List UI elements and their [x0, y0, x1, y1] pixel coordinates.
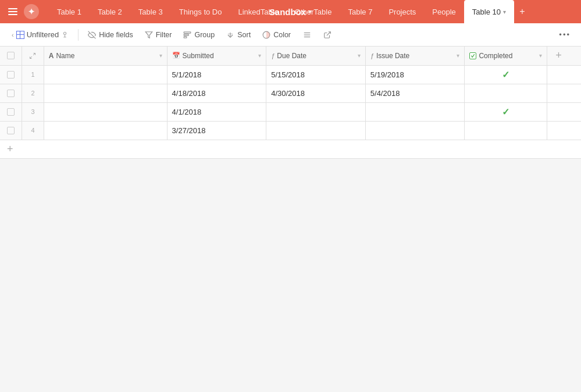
- header-add-col: +: [547, 47, 581, 65]
- cell-due-date[interactable]: [266, 121, 366, 140]
- cell-name[interactable]: [44, 65, 167, 84]
- row-checkbox[interactable]: [7, 71, 15, 79]
- table-header-row: A Name ▾ 📅 Submitted ▾ ƒ: [0, 47, 581, 65]
- tab-table2[interactable]: Table 2: [90, 0, 130, 23]
- cell-issue-date[interactable]: 5/19/2018: [365, 65, 465, 84]
- group-icon: [183, 31, 191, 39]
- tab-table10[interactable]: Table 10 ▾: [464, 0, 514, 23]
- cell-completed[interactable]: [465, 121, 547, 140]
- cell-name[interactable]: [44, 84, 167, 102]
- tab-things-to-do[interactable]: Things to Do: [171, 0, 230, 23]
- header-due-date-col[interactable]: ƒ Due Date ▾: [266, 47, 366, 65]
- cell-due-date[interactable]: 4/30/2018: [266, 84, 366, 102]
- cell-submitted[interactable]: 4/1/2018: [167, 102, 266, 121]
- group-button[interactable]: Group: [179, 28, 219, 41]
- add-table-button[interactable]: +: [514, 3, 530, 20]
- cell-issue-date[interactable]: 5/4/2018: [365, 84, 465, 102]
- toolbar-separator-1: [78, 29, 79, 41]
- header-name-col[interactable]: A Name ▾: [44, 47, 167, 65]
- data-table: A Name ▾ 📅 Submitted ▾ ƒ: [0, 47, 581, 140]
- svg-text:✦: ✦: [28, 7, 35, 16]
- row-checkbox[interactable]: [7, 90, 15, 97]
- svg-rect-1: [8, 11, 17, 12]
- grid-view-icon: [16, 31, 24, 39]
- svg-marker-9: [145, 31, 152, 38]
- cell-due-date[interactable]: [266, 102, 366, 121]
- row-number: 1: [22, 65, 44, 84]
- add-column-button[interactable]: +: [552, 49, 566, 63]
- tab-list: Table 1 Table 2 Table 3 Things to Do Lin…: [49, 0, 576, 23]
- svg-line-19: [327, 31, 330, 35]
- issue-date-col-dropdown-icon[interactable]: ▾: [457, 52, 459, 59]
- cell-issue-date[interactable]: [365, 102, 465, 121]
- svg-rect-12: [184, 36, 187, 37]
- row-number: 4: [22, 121, 44, 140]
- cell-issue-date[interactable]: [365, 121, 465, 140]
- toolbar: ‹ Unfiltered Hide fields Filter Group So…: [0, 23, 581, 47]
- app-logo[interactable]: ✦: [23, 3, 40, 20]
- svg-rect-10: [184, 31, 191, 33]
- more-options-button[interactable]: •••: [555, 28, 574, 41]
- submitted-col-label: Submitted: [183, 52, 214, 60]
- cell-submitted[interactable]: 3/27/2018: [167, 121, 266, 140]
- completed-col-type-icon: [469, 52, 476, 59]
- view-selector[interactable]: ‹ Unfiltered: [7, 28, 73, 41]
- sort-label: Sort: [237, 31, 251, 39]
- cell-name[interactable]: [44, 121, 167, 140]
- header-checkbox-col[interactable]: [0, 47, 22, 65]
- svg-rect-11: [184, 34, 189, 35]
- cell-empty: [547, 102, 581, 121]
- cell-due-date[interactable]: 5/15/2018: [266, 65, 366, 84]
- table-row: 15/1/20185/15/20185/19/2018✓: [0, 65, 581, 84]
- cell-submitted[interactable]: 4/18/2018: [167, 84, 266, 102]
- svg-rect-2: [8, 14, 17, 15]
- completed-col-dropdown-icon[interactable]: ▾: [539, 52, 542, 59]
- sort-icon: [226, 31, 234, 39]
- row-checkbox-cell[interactable]: [0, 102, 22, 121]
- cell-completed[interactable]: ✓: [465, 65, 547, 84]
- header-rownum-col: [22, 47, 44, 65]
- header-checkbox[interactable]: [7, 52, 15, 59]
- color-label: Color: [273, 31, 291, 39]
- workspace-title[interactable]: Sandbox ▾: [269, 7, 312, 17]
- row-checkbox-cell[interactable]: [0, 121, 22, 140]
- tab-projects[interactable]: Projects: [380, 0, 424, 23]
- header-submitted-col[interactable]: 📅 Submitted ▾: [167, 47, 266, 65]
- cell-completed[interactable]: ✓: [465, 102, 547, 121]
- hide-fields-button[interactable]: Hide fields: [83, 28, 137, 41]
- row-number: 2: [22, 84, 44, 102]
- row-expander-icon: [29, 52, 36, 59]
- row-checkbox-cell[interactable]: [0, 84, 22, 102]
- tab-table7[interactable]: Table 7: [340, 0, 380, 23]
- issue-date-col-label: Issue Date: [376, 52, 409, 60]
- tab-table1[interactable]: Table 1: [49, 0, 90, 23]
- completed-col-label: Completed: [479, 52, 512, 60]
- add-row-button[interactable]: +: [0, 140, 581, 159]
- cell-completed[interactable]: [465, 84, 547, 102]
- chevron-left-icon: ‹: [12, 31, 14, 38]
- row-checkbox[interactable]: [7, 127, 15, 134]
- due-date-col-dropdown-icon[interactable]: ▾: [358, 52, 361, 59]
- name-col-dropdown-icon[interactable]: ▾: [159, 52, 162, 59]
- row-number: 3: [22, 102, 44, 121]
- hamburger-menu-button[interactable]: [5, 3, 21, 20]
- sort-button[interactable]: Sort: [222, 28, 255, 41]
- row-checkbox-cell[interactable]: [0, 65, 22, 84]
- filter-button[interactable]: Filter: [140, 28, 177, 41]
- color-button[interactable]: Color: [258, 28, 295, 41]
- cell-name[interactable]: [44, 102, 167, 121]
- cell-empty: [547, 65, 581, 84]
- svg-rect-0: [8, 8, 17, 9]
- tab-people[interactable]: People: [424, 0, 464, 23]
- cell-submitted[interactable]: 5/1/2018: [167, 65, 266, 84]
- svg-line-20: [33, 53, 35, 55]
- row-checkbox[interactable]: [7, 108, 15, 116]
- row-height-icon: [302, 31, 312, 39]
- header-issue-date-col[interactable]: ƒ Issue Date ▾: [365, 47, 465, 65]
- row-height-button[interactable]: [298, 28, 316, 41]
- share-button[interactable]: [319, 28, 336, 41]
- submitted-col-dropdown-icon[interactable]: ▾: [258, 52, 261, 59]
- header-completed-col[interactable]: Completed ▾: [465, 47, 547, 65]
- workspace-chevron-icon: ▾: [308, 8, 312, 16]
- tab-table3[interactable]: Table 3: [130, 0, 171, 23]
